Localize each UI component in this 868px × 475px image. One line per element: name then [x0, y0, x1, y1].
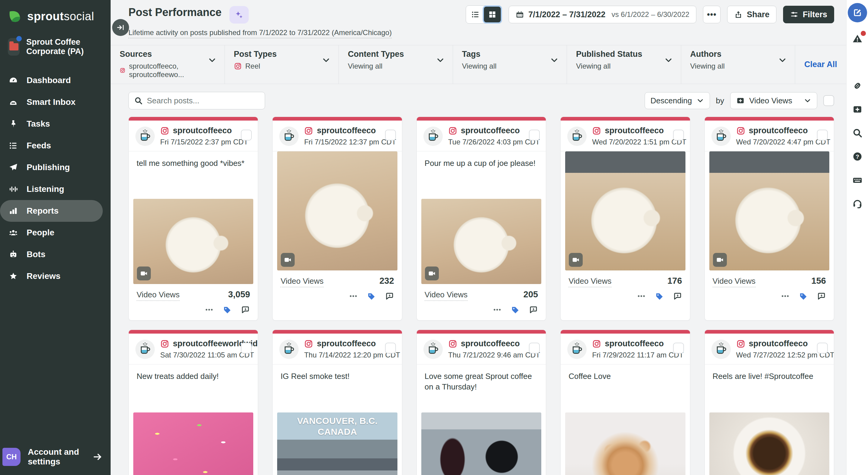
sidebar-item-bots[interactable]: Bots	[0, 244, 111, 265]
more-options-button[interactable]: •••	[703, 6, 720, 23]
post-card: sproutcoffeeco Fri 7/15/2022 12:37 pm CD…	[272, 117, 402, 321]
more-options-icon[interactable]	[349, 292, 358, 300]
filter-group-authors[interactable]: Authors Viewing all	[681, 45, 795, 84]
sidebar-item-listening[interactable]: Listening	[0, 178, 111, 200]
post-account[interactable]: sproutcoffeeco	[749, 126, 808, 135]
workspace-switcher[interactable]: Sprout Coffee Corporate (PA)	[0, 30, 111, 64]
more-options-icon[interactable]	[781, 292, 790, 300]
post-account[interactable]: sproutcoffeeco	[317, 339, 376, 348]
date-range-button[interactable]: 7/1/2022 – 7/31/2022 vs 6/1/2022 – 6/30/…	[509, 6, 696, 23]
filter-group-post-types[interactable]: Post Types Reel	[224, 45, 339, 84]
keyboard-shortcuts-button[interactable]	[850, 173, 865, 187]
post-account[interactable]: sproutcoffeeco	[461, 126, 520, 135]
filter-group-tags[interactable]: Tags Viewing all	[453, 45, 567, 84]
post-card: sproutcoffeeco Wed 7/20/2022 4:47 pm CDT…	[705, 117, 834, 321]
sidebar-item-people[interactable]: People	[0, 222, 111, 244]
feedback-message-icon[interactable]	[529, 305, 538, 314]
metric-name[interactable]: Video Views	[280, 277, 323, 287]
post-image[interactable]	[421, 412, 541, 475]
tag-icon[interactable]	[799, 292, 808, 300]
sidebar-item-feeds[interactable]: Feeds	[0, 135, 111, 157]
filters-button[interactable]: Filters	[783, 6, 834, 23]
chevron-down-icon	[436, 56, 445, 65]
post-checkbox[interactable]	[385, 343, 396, 353]
alerts-button[interactable]	[850, 31, 865, 46]
sidebar-item-dashboard[interactable]: Dashboard	[0, 69, 111, 91]
add-button[interactable]	[850, 102, 865, 117]
help-button[interactable]	[850, 149, 865, 164]
sort-order-select[interactable]: Descending	[645, 92, 710, 109]
post-image[interactable]	[277, 151, 397, 271]
filter-group-content-types[interactable]: Content Types Viewing all	[339, 45, 453, 84]
sidebar-item-reviews[interactable]: Reviews	[0, 265, 111, 287]
share-button[interactable]: Share	[727, 6, 776, 23]
post-account[interactable]: sproutcoffeeco	[605, 126, 664, 135]
tag-icon[interactable]	[655, 292, 664, 300]
post-checkbox[interactable]	[817, 130, 828, 140]
grid-view-button[interactable]	[484, 7, 501, 22]
feedback-message-icon[interactable]	[673, 292, 682, 300]
tag-icon[interactable]	[511, 305, 520, 314]
search-input[interactable]	[128, 92, 265, 109]
sidebar-item-tasks[interactable]: Tasks	[0, 113, 111, 135]
feedback-message-icon[interactable]	[817, 292, 826, 300]
post-image[interactable]	[133, 412, 253, 475]
post-account[interactable]: sproutcoffeeco	[461, 339, 520, 348]
tag-icon[interactable]	[367, 292, 376, 300]
sidebar-item-label: Listening	[27, 184, 64, 194]
post-image[interactable]	[709, 412, 829, 475]
sidebar-item-publishing[interactable]: Publishing	[0, 157, 111, 178]
feedback-message-icon[interactable]	[385, 292, 394, 300]
post-checkbox[interactable]	[529, 343, 540, 353]
post-account[interactable]: sproutcoffeeco	[749, 339, 808, 348]
more-options-icon[interactable]	[493, 305, 502, 314]
post-image[interactable]	[421, 199, 541, 284]
filter-group-published-status[interactable]: Published Status Viewing all	[567, 45, 681, 84]
post-image[interactable]	[565, 412, 685, 475]
search-icon	[134, 96, 143, 105]
metric-name[interactable]: Video Views	[136, 290, 180, 301]
post-account[interactable]: sproutcoffeeco	[173, 126, 232, 135]
post-checkbox[interactable]	[529, 130, 540, 140]
tag-icon[interactable]	[223, 305, 232, 314]
sidebar-item-reports[interactable]: Reports	[0, 200, 103, 222]
link-button[interactable]	[850, 78, 865, 93]
sidebar-collapse-button[interactable]	[112, 19, 129, 36]
filter-group-sources[interactable]: Sources sproutcoffeeco, sproutcoffeewo..…	[111, 45, 224, 84]
metric-name[interactable]: Video Views	[425, 290, 468, 301]
post-header: sproutcoffeeco Fri 7/15/2022 2:37 pm CDT	[129, 121, 258, 151]
add-icon	[852, 104, 863, 115]
support-button[interactable]	[850, 196, 865, 211]
post-checkbox[interactable]	[241, 130, 252, 140]
search-button[interactable]	[850, 126, 865, 140]
post-image[interactable]	[133, 199, 253, 284]
sidebar-item-smart-inbox[interactable]: Smart Inbox	[0, 91, 111, 113]
post-checkbox[interactable]	[385, 130, 396, 140]
sidebar-item-label: Reviews	[27, 271, 60, 281]
post-image[interactable]	[565, 151, 685, 271]
card-accent-bar	[705, 117, 834, 121]
list-view-button[interactable]	[467, 7, 484, 22]
metric-name[interactable]: Video Views	[568, 277, 612, 287]
post-checkbox[interactable]	[241, 343, 252, 353]
compose-button[interactable]	[848, 3, 867, 22]
more-options-icon[interactable]	[205, 305, 214, 314]
clear-all-button[interactable]: Clear All	[804, 60, 837, 69]
brand-logo[interactable]: sproutsocial	[0, 0, 111, 30]
account-and-settings[interactable]: CH Account and settings	[0, 441, 111, 475]
ai-assist-badge[interactable]	[229, 6, 249, 24]
post-account[interactable]: sproutcoffeeco	[317, 126, 376, 135]
feedback-message-icon[interactable]	[241, 305, 250, 314]
post-account[interactable]: sproutcoffeeco	[605, 339, 664, 348]
feedback-button[interactable]	[850, 55, 865, 69]
post-image[interactable]: VANCOUVER, B.C. CANADA	[277, 412, 397, 475]
more-options-icon[interactable]	[637, 292, 646, 300]
sort-metric-select[interactable]: Video Views	[730, 92, 817, 109]
post-checkbox[interactable]	[673, 343, 684, 353]
post-checkbox[interactable]	[673, 130, 684, 140]
select-all-checkbox[interactable]	[823, 95, 834, 106]
video-camera-icon	[716, 256, 724, 264]
metric-name[interactable]: Video Views	[713, 277, 755, 287]
post-checkbox[interactable]	[817, 343, 828, 353]
post-image[interactable]	[709, 151, 829, 271]
